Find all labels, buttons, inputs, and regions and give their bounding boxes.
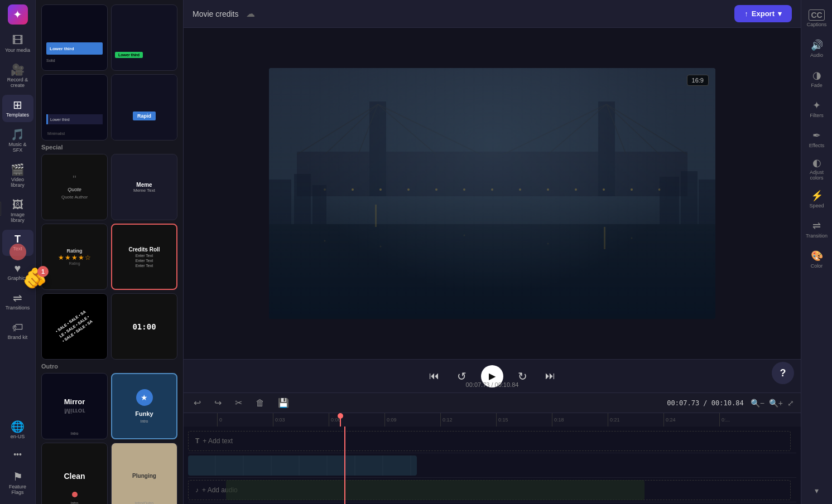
expand-right-panel-button[interactable]: ▾ <box>810 482 823 500</box>
template-credits-roll[interactable]: Credits Roll Enter Text Enter Text Enter… <box>111 224 177 290</box>
audio-track-clip[interactable] <box>226 480 645 500</box>
video-track-label: 🎬 <box>184 462 187 468</box>
template-timer[interactable]: 01:00 <box>111 293 177 360</box>
language-icon: 🌐 <box>11 421 25 432</box>
aspect-ratio-badge[interactable]: 16:9 <box>687 75 709 86</box>
zoom-out-button[interactable]: 🔍− <box>751 399 764 408</box>
right-tool-color[interactable]: 🎨 Color <box>805 245 829 273</box>
zoom-in-button[interactable]: 🔍+ <box>769 399 783 408</box>
text-track-icon: T <box>195 437 199 445</box>
credits-roll-title: Credits Roll <box>128 246 160 253</box>
rating-count: Rating <box>69 261 80 265</box>
template-lower-third-1[interactable]: Lower third Solid <box>41 4 108 71</box>
template-lower-third-2[interactable]: Lower third <box>111 4 177 71</box>
template-funky[interactable]: ★ Funky Intro <box>111 373 177 439</box>
image-library-icon: 🖼 <box>12 199 23 210</box>
skip-forward-button[interactable]: ⏭ <box>542 367 559 385</box>
left-nav: ✦ 🎞 Your media 🎥 Record & create ⊞ Templ… <box>0 0 36 504</box>
video-track-clip[interactable] <box>188 455 417 476</box>
template-meme-text[interactable]: Meme Meme Text <box>111 154 177 220</box>
text-icon: T <box>15 234 21 244</box>
top-bar: Movie credits ☁ ↑ Export ▾ <box>184 0 801 28</box>
undo-button[interactable]: ↩ <box>190 395 204 410</box>
ruler-mark-3: 0:09 <box>384 413 440 427</box>
template-rapid[interactable]: Rapid <box>111 74 177 140</box>
audio-track-row: ♪ ♪ + Add audio <box>188 478 796 502</box>
rating-label: Rating <box>67 248 83 254</box>
credits-line-2: Enter Text <box>136 259 153 263</box>
video-thumbnail <box>188 455 417 476</box>
right-tool-fade[interactable]: ◑ Fade <box>805 65 829 93</box>
right-tool-speed[interactable]: ⚡ Speed <box>805 185 829 213</box>
right-tool-transition[interactable]: ⇌ Transition <box>805 215 829 243</box>
music-icon: 🎵 <box>11 129 25 140</box>
cut-button[interactable]: ✂ <box>232 395 246 410</box>
nav-item-video-library[interactable]: 🎬 Video library <box>2 159 33 192</box>
your-media-icon: 🎞 <box>12 35 23 46</box>
template-quote-author[interactable]: " Quote Quote Author <box>41 154 108 220</box>
help-button[interactable]: ? <box>772 362 794 384</box>
ruler-mark-0: 0 <box>217 413 273 427</box>
nav-item-more[interactable]: ••• <box>2 446 33 464</box>
controls-bar: ⏮ ↺ ▶ ↻ ⏭ 00:07.73 / 00:10.84 ⛶ <box>184 359 801 392</box>
nav-item-image-library[interactable]: 🖼 Image library <box>2 195 33 227</box>
export-icon: ↑ <box>744 9 748 18</box>
template-lower-third-3[interactable]: Lower third Minimalist <box>41 74 108 140</box>
nav-item-feature-flags[interactable]: ⚑ Feature Flags <box>2 467 33 500</box>
nav-item-templates[interactable]: ⊞ Templates <box>2 95 33 122</box>
add-text-button[interactable]: T + Add text <box>188 431 791 451</box>
mirror-sublabel: Intro <box>70 432 78 435</box>
ruler-mark-4: 0:12 <box>440 413 496 427</box>
outro-section-label: Outro <box>36 360 183 371</box>
nav-item-language[interactable]: 🌐 en-US <box>2 416 33 444</box>
more-icon: ••• <box>13 450 22 458</box>
skip-back-button[interactable]: ⏮ <box>426 367 443 385</box>
clean-dot <box>72 492 78 497</box>
nav-item-your-media[interactable]: 🎞 Your media <box>2 30 33 57</box>
ruler-marks: 0 0:03 0:06 0:09 0:12 0:15 0:18 0:21 0:2… <box>217 413 801 427</box>
right-tool-adjust-colors[interactable]: ◐ Adjust colors <box>805 155 829 183</box>
right-tool-audio[interactable]: 🔊 Audio <box>805 35 829 62</box>
right-tool-captions[interactable]: CC Captions <box>805 4 829 32</box>
text-track-label: T <box>184 437 187 445</box>
right-tool-filters[interactable]: ✦ Filters <box>805 95 829 123</box>
ruler-mark-6: 0:18 <box>552 413 608 427</box>
brand-kit-icon: 🏷 <box>12 322 23 333</box>
template-sale-ticker[interactable]: • SALE • SALE • SA LE • SALE • SALE • • … <box>41 293 108 360</box>
nav-item-text[interactable]: T Text <box>2 230 33 256</box>
collapse-right-panel-button[interactable]: ❮ <box>0 202 1 216</box>
quote-author-text: Quote Author <box>61 195 88 200</box>
template-rating[interactable]: Rating ★★★★☆ Rating <box>41 224 108 290</box>
adjust-colors-icon: ◐ <box>812 157 821 169</box>
template-clean[interactable]: Clean Intro <box>41 443 108 504</box>
timeline-tracks: T T + Add text 🎬 <box>184 427 801 504</box>
credits-line-1: Enter Text <box>136 254 153 258</box>
meme-subtitle: Meme Text <box>133 188 155 193</box>
redo-button[interactable]: ↪ <box>211 395 225 410</box>
nav-item-transitions[interactable]: ⇌ Transitions <box>2 288 33 315</box>
save-button[interactable]: 💾 <box>275 395 292 410</box>
video-background <box>269 68 715 319</box>
effects-icon: ✒ <box>812 129 821 142</box>
time-display: 00:07.73 / 00:10.84 <box>466 381 519 388</box>
template-plunging-tan[interactable]: Plunging Intro/Outro <box>111 443 177 504</box>
sale-text: • SALE • SALE • SA LE • SALE • SALE • • … <box>55 309 94 344</box>
nav-item-graphics[interactable]: ♥ Graphics <box>2 258 33 285</box>
template-mirror[interactable]: Mirror Mirror Intro <box>41 373 108 439</box>
nav-item-brand-kit[interactable]: 🏷 Brand kit <box>2 317 33 345</box>
ruler-mark-2: 0:06 <box>329 413 384 427</box>
mirror-reflected: Mirror <box>64 407 85 415</box>
project-title: Movie credits <box>193 9 238 18</box>
fit-button[interactable]: ⤢ <box>787 399 794 408</box>
delete-button[interactable]: 🗑 <box>252 396 268 410</box>
right-tool-effects[interactable]: ✒ Effects <box>805 125 829 153</box>
export-button[interactable]: ↑ Export ▾ <box>734 5 792 22</box>
nav-item-music-sfx[interactable]: 🎵 Music & SFX <box>2 124 33 157</box>
captions-icon: CC <box>809 9 824 21</box>
rating-stars: ★★★★☆ <box>58 254 92 261</box>
right-panel: ❮ CC Captions 🔊 Audio ◑ Fade ✦ Filters ✒… <box>801 0 832 504</box>
zoom-controls: 🔍− 🔍+ ⤢ <box>751 399 794 408</box>
nav-item-record-create[interactable]: 🎥 Record & create <box>2 60 33 93</box>
lower-third-bar-1: Lower third <box>46 42 103 55</box>
timeline-area: ↩ ↪ ✂ 🗑 💾 00:07.73 / 00:10.84 🔍− 🔍+ ⤢ 0 … <box>184 392 801 504</box>
